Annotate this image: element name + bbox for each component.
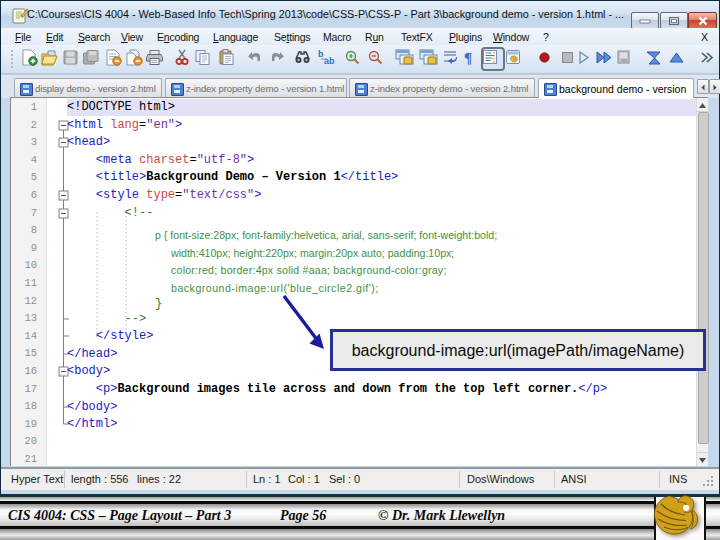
svg-text:¶: ¶ xyxy=(464,50,472,66)
svg-text:ab: ab xyxy=(324,56,335,66)
